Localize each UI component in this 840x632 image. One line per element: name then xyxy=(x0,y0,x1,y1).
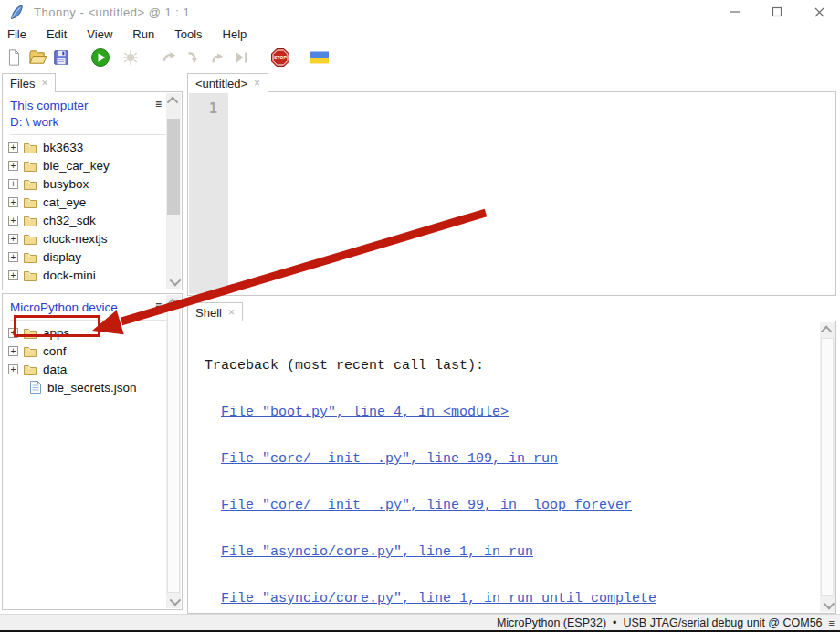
tree-item-display[interactable]: + display xyxy=(3,248,182,266)
menu-tools[interactable]: Tools xyxy=(164,26,212,43)
expand-icon[interactable]: + xyxy=(8,252,18,262)
shell-pane[interactable]: Traceback (most recent call last): File … xyxy=(187,321,836,614)
maximize-icon xyxy=(772,6,782,17)
status-separator: • xyxy=(613,616,616,629)
line-number-gutter: 1 xyxy=(189,93,228,294)
step-into-button[interactable] xyxy=(183,47,205,68)
files-scrollbar[interactable] xyxy=(166,93,181,289)
menu-edit[interactable]: Edit xyxy=(37,26,77,43)
shell-traceback-link[interactable]: File "asyncio/core.py", line 1, in run xyxy=(188,544,835,560)
folder-icon xyxy=(23,141,37,154)
svg-text:STOP: STOP xyxy=(274,55,287,60)
folder-label: busybox xyxy=(43,177,89,191)
status-device-port[interactable]: USB JTAG/serial debug unit @ COM56 xyxy=(623,616,822,629)
menu-view[interactable]: View xyxy=(77,26,122,43)
tree-item-bk3633[interactable]: + bk3633 xyxy=(3,138,182,156)
expand-icon[interactable]: + xyxy=(8,161,18,171)
shell-scrollbar[interactable] xyxy=(820,322,835,612)
minimize-icon xyxy=(730,6,740,17)
close-icon[interactable]: × xyxy=(254,78,260,89)
tree-item-ch32_sdk[interactable]: + ch32_sdk xyxy=(3,211,182,229)
device-scrollbar[interactable] xyxy=(166,295,181,608)
menu-run[interactable]: Run xyxy=(122,26,164,43)
menu-file[interactable]: File xyxy=(0,26,37,43)
folder-icon xyxy=(23,177,37,191)
shell-traceback-link[interactable]: File "boot.py", line 4, in <module> xyxy=(188,405,835,420)
maximize-button[interactable] xyxy=(756,0,798,24)
tree-item-ble_car_key[interactable]: + ble_car_key xyxy=(3,156,182,174)
scrollbar-thumb[interactable] xyxy=(821,338,834,596)
folder-label: ch32_sdk xyxy=(43,214,96,227)
folder-icon xyxy=(23,232,37,246)
expand-icon[interactable]: + xyxy=(8,234,18,244)
tree-item-busybox[interactable]: + busybox xyxy=(3,174,182,193)
save-file-button[interactable] xyxy=(50,47,72,68)
folder-label: cat_eye xyxy=(43,195,86,209)
thonny-feather-icon xyxy=(9,5,24,19)
status-menu-icon[interactable]: ≡ xyxy=(829,617,835,628)
shell-traceback-link[interactable]: File "asyncio/core.py", line 1, in run_u… xyxy=(188,591,835,606)
tab-untitled[interactable]: <untitled> × xyxy=(187,73,268,92)
panel-menu-icon[interactable]: ≡ xyxy=(155,300,162,311)
step-over-icon xyxy=(161,48,179,67)
tree-item-dock-mini[interactable]: + dock-mini xyxy=(3,266,182,284)
scroll-down-icon[interactable] xyxy=(166,594,181,608)
scroll-up-icon[interactable] xyxy=(820,322,835,337)
divider xyxy=(10,320,174,321)
scrollbar-thumb[interactable] xyxy=(167,119,180,215)
shell-traceback-link[interactable]: File "core/__init__.py", line 109, in ru… xyxy=(188,451,835,467)
run-script-button[interactable] xyxy=(89,47,111,68)
expand-icon[interactable]: + xyxy=(8,179,18,189)
debug-script-button[interactable] xyxy=(120,47,142,68)
close-icon[interactable]: × xyxy=(41,78,47,89)
stop-restart-button[interactable]: STOP xyxy=(269,47,291,68)
scroll-up-icon[interactable] xyxy=(166,295,181,310)
tab-shell[interactable]: Shell × xyxy=(187,302,243,321)
minimize-button[interactable] xyxy=(714,0,756,24)
files-path-label[interactable]: D: \ work xyxy=(10,114,174,131)
expand-icon[interactable]: + xyxy=(8,216,18,226)
resume-button[interactable] xyxy=(230,47,252,68)
expand-icon[interactable]: + xyxy=(8,197,18,207)
file-label: ble_secrets.json xyxy=(47,381,137,395)
tree-item-clock-nextjs[interactable]: + clock-nextjs xyxy=(3,229,182,248)
files-root-label[interactable]: This computer xyxy=(10,98,174,114)
open-file-button[interactable] xyxy=(26,47,48,68)
scroll-down-icon[interactable] xyxy=(166,274,181,289)
line-number: 1 xyxy=(189,93,228,117)
step-over-button[interactable] xyxy=(159,47,181,68)
scroll-up-icon[interactable] xyxy=(166,93,181,108)
tree-item-apps[interactable]: + apps xyxy=(3,323,182,342)
folder-icon xyxy=(23,269,37,282)
expand-icon[interactable]: + xyxy=(8,142,18,153)
scrollbar-thumb[interactable] xyxy=(167,311,180,593)
close-icon[interactable]: × xyxy=(228,307,235,318)
folder-icon xyxy=(23,159,37,173)
expand-icon[interactable]: + xyxy=(8,328,18,338)
micropython-device-panel: MicroPython device ≡ + apps + conf + ble… xyxy=(2,293,183,610)
tab-files[interactable]: Files × xyxy=(2,73,56,92)
new-file-button[interactable] xyxy=(3,47,25,68)
tree-item-data[interactable]: + ble_secrets.json data xyxy=(3,360,182,378)
support-ukraine-flag-icon[interactable] xyxy=(309,47,331,68)
new-file-icon xyxy=(5,48,23,67)
scroll-down-icon[interactable] xyxy=(820,597,835,612)
menu-help[interactable]: Help xyxy=(213,26,257,43)
expand-icon[interactable]: + xyxy=(8,270,18,280)
status-interpreter[interactable]: MicroPython (ESP32) xyxy=(497,616,606,629)
shell-traceback-link[interactable]: File "core/__init__.py", line 99, in _lo… xyxy=(188,498,835,513)
editor-pane[interactable]: 1 xyxy=(187,91,836,296)
tree-item-conf[interactable]: + conf xyxy=(3,342,182,360)
tree-item-cat_eye[interactable]: + cat_eye xyxy=(3,193,182,211)
step-out-button[interactable] xyxy=(206,47,228,68)
debug-script-icon xyxy=(121,48,140,67)
folder-label: clock-nextjs xyxy=(43,232,108,246)
close-button[interactable] xyxy=(798,0,840,24)
shell-line: Traceback (most recent call last): xyxy=(188,358,835,374)
expand-icon[interactable]: + xyxy=(8,346,18,356)
open-file-icon xyxy=(28,48,47,68)
expand-icon[interactable]: + xyxy=(8,364,18,374)
tree-item-ble_secrets[interactable]: ble_secrets.json xyxy=(3,378,182,396)
close-icon xyxy=(814,6,825,18)
panel-menu-icon[interactable]: ≡ xyxy=(155,99,162,110)
